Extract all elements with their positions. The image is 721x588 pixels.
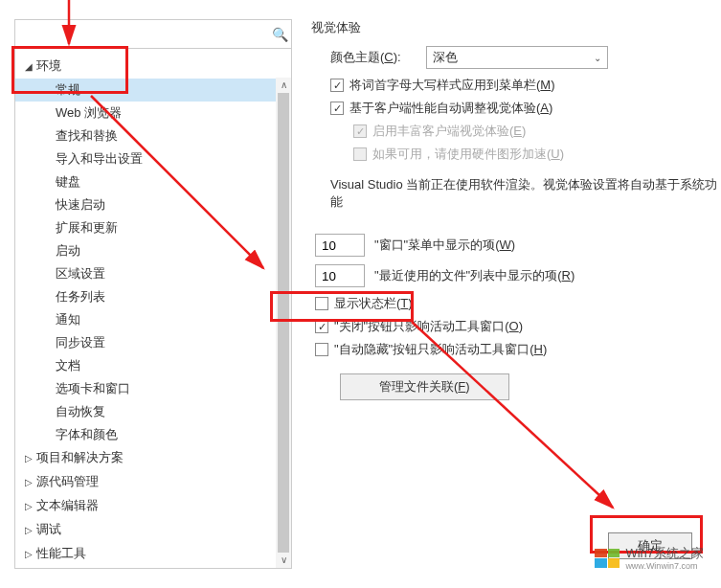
tree-node-debugging[interactable]: ▷调试 — [15, 518, 291, 542]
expander-icon: ▷ — [25, 473, 36, 492]
tree-label: 调试 — [36, 522, 61, 536]
close-checkbox-row[interactable]: "关闭"按钮只影响活动工具窗口(O) — [311, 318, 721, 335]
expander-icon: ◢ — [25, 57, 36, 77]
tree-node-extensions[interactable]: 扩展和更新 — [15, 216, 291, 239]
tree-label: 键盘 — [56, 174, 80, 189]
search-box: 🔍 — [15, 20, 291, 49]
tree-label: 快速启动 — [56, 197, 105, 212]
tree-label: 自动恢复 — [56, 404, 105, 418]
rendering-info-text: Visual Studio 当前正在使用软件渲染。视觉体验设置将自动基于系统功能 — [311, 176, 721, 211]
scroll-thumb[interactable] — [278, 93, 289, 553]
window-items-row: "窗口"菜单中显示的项(W) — [311, 234, 721, 257]
tree-label: 环境 — [36, 58, 61, 73]
tree-node-keyboard[interactable]: 键盘 — [15, 170, 291, 193]
tree-scrollbar[interactable]: ∧ ∨ — [276, 78, 291, 568]
tree-node-fontscolors[interactable]: 字体和颜色 — [15, 423, 291, 446]
tree-node-webbrowser[interactable]: Web 浏览器 — [15, 102, 291, 124]
checkbox-icon[interactable] — [315, 343, 328, 356]
tree-node-perftools[interactable]: ▷性能工具 — [15, 542, 291, 566]
tree-label: 查找和替换 — [56, 128, 118, 143]
checkbox-label: 启用丰富客户端视觉体验(E) — [372, 123, 526, 140]
checkbox-label: "关闭"按钮只影响活动工具窗口(O) — [334, 318, 523, 335]
color-theme-select[interactable]: 深色 ⌄ — [426, 46, 608, 69]
tree-node-quicklaunch[interactable]: 快速启动 — [15, 193, 291, 216]
checkbox-label: "自动隐藏"按钮只影响活动工具窗口(H) — [334, 341, 547, 358]
search-icon[interactable]: 🔍 — [268, 27, 291, 42]
checkbox-icon[interactable] — [330, 102, 344, 115]
scroll-down-icon[interactable]: ∨ — [276, 553, 291, 568]
tree-label: 常规 — [56, 82, 80, 97]
options-tree-panel: 🔍 ◢环境 常规 Web 浏览器 查找和替换 导入和导出设置 键盘 快速启动 扩… — [14, 19, 292, 569]
tree-node-autorecover[interactable]: 自动恢复 — [15, 400, 291, 423]
tree-node-projects[interactable]: ▷项目和解决方案 — [15, 446, 291, 470]
tree-label: 选项卡和窗口 — [56, 381, 130, 396]
checkbox-label: 如果可用，请使用硬件图形加速(U) — [372, 146, 564, 163]
tree-label: 性能工具 — [36, 546, 86, 560]
autoadjust-checkbox-row[interactable]: 基于客户端性能自动调整视觉体验(A) — [311, 100, 721, 117]
tree-node-tasklist[interactable]: 任务列表 — [15, 285, 291, 308]
tree-label: 文档 — [56, 358, 80, 373]
tree-label: 字体和颜色 — [56, 427, 118, 441]
tree-node-intl[interactable]: 区域设置 — [15, 262, 291, 285]
statusbar-checkbox-row[interactable]: 显示状态栏(T) — [311, 295, 721, 312]
tree-label: 同步设置 — [56, 335, 105, 350]
window-items-input[interactable] — [315, 234, 365, 257]
tree-label: 文本编辑器 — [36, 498, 99, 512]
tree-label: 通知 — [56, 312, 80, 327]
tree-node-general[interactable]: 常规 — [15, 79, 291, 102]
manage-file-assoc-button[interactable]: 管理文件关联(F) — [340, 373, 509, 400]
settings-panel: 视觉体验 颜色主题(C): 深色 ⌄ 将词首字母大写样式应用到菜单栏(M) 基于… — [292, 0, 721, 588]
tree-node-crossplatform[interactable]: ▷Cross Platform — [15, 566, 291, 568]
checkbox-icon[interactable] — [315, 320, 328, 333]
window-items-label: "窗口"菜单中显示的项(W) — [374, 237, 515, 254]
recent-items-row: "最近使用的文件"列表中显示的项(R) — [311, 264, 721, 287]
checkbox-label: 基于客户端性能自动调整视觉体验(A) — [349, 100, 552, 117]
expander-icon: ▷ — [25, 449, 36, 468]
checkbox-icon[interactable] — [315, 297, 328, 310]
tree-label: 启动 — [56, 243, 80, 258]
section-visual-experience: 视觉体验 — [311, 19, 721, 36]
tree-node-texteditor[interactable]: ▷文本编辑器 — [15, 494, 291, 518]
expander-icon: ▷ — [25, 545, 36, 564]
chevron-down-icon: ⌄ — [594, 53, 601, 63]
recent-items-label: "最近使用的文件"列表中显示的项(R) — [374, 267, 575, 284]
tree-node-importexport[interactable]: 导入和导出设置 — [15, 147, 291, 170]
expander-icon: ▷ — [25, 521, 36, 540]
tree-node-findreplace[interactable]: 查找和替换 — [15, 124, 291, 147]
hwaccel-checkbox-row: 如果可用，请使用硬件图形加速(U) — [311, 146, 721, 163]
tree-node-sync[interactable]: 同步设置 — [15, 331, 291, 354]
tree-node-sourcecontrol[interactable]: ▷源代码管理 — [15, 470, 291, 494]
search-input[interactable] — [15, 23, 268, 45]
titlecase-checkbox-row[interactable]: 将词首字母大写样式应用到菜单栏(M) — [311, 77, 721, 94]
tree-node-documents[interactable]: 文档 — [15, 354, 291, 377]
tree-node-startup[interactable]: 启动 — [15, 239, 291, 262]
color-theme-row: 颜色主题(C): 深色 ⌄ — [311, 46, 721, 69]
tree-label: 扩展和更新 — [56, 220, 118, 235]
ok-button[interactable]: 确定 — [608, 532, 692, 559]
tree-node-notifications[interactable]: 通知 — [15, 308, 291, 331]
richclient-checkbox-row: 启用丰富客户端视觉体验(E) — [311, 123, 721, 140]
tree-label: 项目和解决方案 — [36, 450, 124, 464]
tree-label: 源代码管理 — [36, 474, 99, 488]
tree-label: 导入和导出设置 — [56, 151, 143, 166]
tree-node-tabswindows[interactable]: 选项卡和窗口 — [15, 377, 291, 400]
select-value: 深色 — [433, 49, 458, 66]
expander-icon: ▷ — [25, 497, 36, 516]
color-theme-label: 颜色主题(C): — [330, 49, 426, 66]
recent-items-input[interactable] — [315, 264, 365, 287]
autohide-checkbox-row[interactable]: "自动隐藏"按钮只影响活动工具窗口(H) — [311, 341, 721, 358]
tree-label: 区域设置 — [56, 266, 105, 281]
checkbox-label: 将词首字母大写样式应用到菜单栏(M) — [349, 77, 555, 94]
tree-node-environment[interactable]: ◢环境 — [15, 55, 291, 79]
checkbox-icon — [353, 124, 367, 138]
checkbox-label: 显示状态栏(T) — [334, 295, 413, 312]
checkbox-icon — [353, 147, 367, 161]
scroll-up-icon[interactable]: ∧ — [276, 78, 291, 93]
checkbox-icon[interactable] — [330, 79, 344, 92]
tree-label: Web 浏览器 — [56, 105, 122, 120]
tree-label: 任务列表 — [56, 289, 105, 304]
options-tree[interactable]: ◢环境 常规 Web 浏览器 查找和替换 导入和导出设置 键盘 快速启动 扩展和… — [15, 49, 291, 568]
